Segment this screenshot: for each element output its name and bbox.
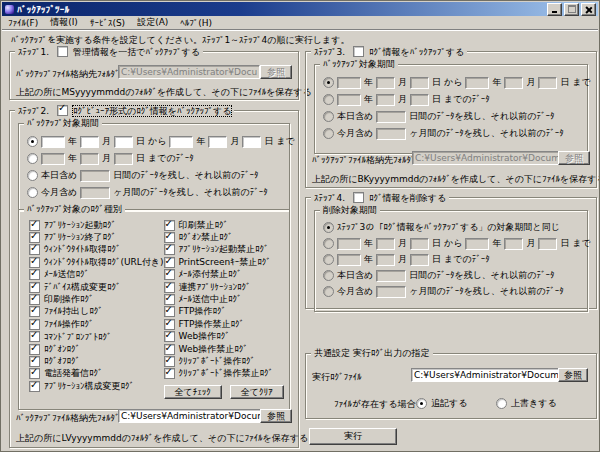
log-type-checkbox[interactable] (29, 294, 40, 305)
log-type-checkbox[interactable] (29, 331, 40, 342)
log-type-item[interactable]: ﾒｰﾙ添付禁止ﾛｸﾞ (164, 269, 287, 281)
append-radio[interactable] (416, 398, 427, 409)
execute-button[interactable]: 実行 (309, 428, 397, 445)
log-type-item[interactable]: ｳｨﾝﾄﾞｳﾀｲﾄﾙ取得ﾛｸﾞ (29, 244, 164, 256)
month-label: 月 (398, 253, 407, 266)
log-type-item[interactable]: ｱﾌﾟﾘｹｰｼｮﾝ起動禁止ﾛｸﾞ (164, 244, 287, 256)
log-type-checkbox[interactable] (29, 344, 40, 355)
log-type-item[interactable]: ｳｨﾝﾄﾞｳﾀｲﾄﾙ取得ﾛｸﾞ(URL付き) (29, 256, 164, 268)
from-label: から (444, 76, 462, 89)
maximize-button[interactable] (564, 3, 579, 16)
log-type-label: ﾛｸﾞｵﾌﾛｸﾞ (44, 356, 80, 366)
step2-to-month-input[interactable] (208, 136, 227, 148)
log-type-item[interactable]: ｱﾌﾟﾘｹｰｼｮﾝ構成変更ﾛｸﾞ (29, 380, 164, 392)
log-type-item[interactable]: ﾌｧｲﾙ持出しﾛｸﾞ (29, 306, 164, 318)
step4-enable-checkbox[interactable] (353, 192, 364, 203)
step1-title: ｽﾃｯﾌﾟ1. (18, 47, 49, 57)
step2-folder-input[interactable] (118, 409, 268, 423)
log-type-checkbox[interactable] (164, 306, 175, 317)
step2-browse-button[interactable]: 参照 (260, 409, 292, 423)
log-type-checkbox[interactable] (164, 294, 175, 305)
menu-info[interactable]: 情報(I) (44, 15, 84, 30)
exec-log-input[interactable] (411, 368, 563, 382)
close-button[interactable] (581, 3, 596, 16)
menu-settings[interactable]: 設定(A) (131, 15, 174, 30)
menu-service[interactable]: ｻｰﾋﾞｽ(S) (84, 17, 131, 29)
log-type-checkbox[interactable] (164, 344, 175, 355)
step2-from-year-input[interactable] (41, 136, 65, 148)
step4-until-radio (323, 254, 334, 265)
step2-months-radio[interactable] (27, 187, 38, 198)
log-type-checkbox[interactable] (29, 368, 40, 379)
step2-days-radio[interactable] (27, 170, 38, 181)
log-type-checkbox[interactable] (29, 269, 40, 280)
log-type-item[interactable]: ﾒｰﾙ送信中止ﾛｸﾞ (164, 293, 287, 305)
to-label: まで (572, 76, 590, 89)
log-type-checkbox[interactable] (29, 356, 40, 367)
menu-file[interactable]: ﾌｧｲﾙ(F) (2, 17, 44, 29)
step2-to-day-input[interactable] (242, 136, 261, 148)
log-type-checkbox[interactable] (164, 356, 175, 367)
log-type-checkbox[interactable] (164, 368, 175, 379)
step2-enable-checkbox[interactable] (57, 105, 68, 116)
log-type-item[interactable]: ｱﾌﾟﾘｹｰｼｮﾝ終了ﾛｸﾞ (29, 231, 164, 243)
log-type-item[interactable]: PrintScreenｷｰ禁止ﾛｸﾞ (164, 256, 287, 268)
log-type-item[interactable]: 連携ｱﾌﾟﾘｹｰｼｮﾝﾛｸﾞ (164, 281, 287, 293)
log-type-item[interactable]: ﾌｧｲﾙ操作ﾛｸﾞ (29, 318, 164, 330)
log-type-checkbox[interactable] (29, 319, 40, 330)
log-type-item[interactable]: ﾒｰﾙ送信ﾛｸﾞ (29, 269, 164, 281)
log-type-checkbox[interactable] (29, 282, 40, 293)
log-type-item[interactable]: ｺﾏﾝﾄﾞﾌﾟﾛﾝﾌﾟﾄﾛｸﾞ (29, 331, 164, 343)
log-type-checkbox[interactable] (164, 257, 175, 268)
step2-to-year-input[interactable] (169, 136, 193, 148)
log-type-checkbox[interactable] (29, 244, 40, 255)
file-exists-label: ﾌｧｲﾙが存在する場合 (334, 398, 415, 411)
step2-logtype-title: ﾊﾞｯｸｱｯﾌﾟ対象のﾛｸﾞ種別 (24, 204, 125, 214)
minimize-button[interactable] (547, 3, 562, 16)
log-type-item[interactable]: FTP操作ﾛｸﾞ (164, 306, 287, 318)
log-type-checkbox[interactable] (164, 319, 175, 330)
log-type-item[interactable]: 印刷禁止ﾛｸﾞ (164, 219, 287, 231)
log-type-item[interactable]: Web操作ﾛｸﾞ (164, 331, 287, 343)
overwrite-option[interactable]: 上書きする (496, 397, 557, 410)
log-type-checkbox[interactable] (29, 257, 40, 268)
log-type-checkbox[interactable] (29, 381, 40, 392)
log-type-item[interactable]: ｸﾘｯﾌﾟﾎﾞｰﾄﾞ操作禁止ﾛｸﾞ (164, 368, 287, 380)
step2-until-radio[interactable] (27, 153, 38, 164)
log-type-checkbox[interactable] (29, 220, 40, 231)
log-type-item[interactable]: 電話発着信ﾛｸﾞ (29, 368, 164, 380)
step2-range-radio[interactable] (27, 136, 38, 147)
exec-log-browse-button[interactable]: 参照 (558, 368, 588, 382)
log-type-checkbox[interactable] (164, 269, 175, 280)
log-type-checkbox[interactable] (164, 232, 175, 243)
year-label: 年 (492, 76, 501, 89)
check-all-button[interactable]: 全てﾁｪｯｸ (164, 385, 222, 399)
log-type-item[interactable]: ｱﾌﾟﾘｹｰｼｮﾝ起動ﾛｸﾞ (29, 219, 164, 231)
append-option[interactable]: 追記する (416, 397, 467, 410)
menu-help[interactable]: ﾍﾙﾌﾟ(H) (174, 17, 218, 29)
log-type-item[interactable]: 印刷操作ﾛｸﾞ (29, 293, 164, 305)
log-type-checkbox[interactable] (164, 220, 175, 231)
step2-from-month-input[interactable] (80, 136, 99, 148)
log-type-item[interactable]: Web操作禁止ﾛｸﾞ (164, 343, 287, 355)
log-type-checkbox[interactable] (164, 244, 175, 255)
log-type-item[interactable]: ﾛｸﾞｵﾝﾛｸﾞ (29, 343, 164, 355)
log-type-checkbox[interactable] (29, 232, 40, 243)
exec-log-row: 実行ﾛｸﾞﾌｧｲﾙ 参照 (312, 368, 592, 383)
log-type-item[interactable]: ﾛｸﾞｵﾌﾛｸﾞ (29, 355, 164, 367)
step1-enable-checkbox[interactable] (57, 46, 68, 57)
log-type-item[interactable]: FTP操作禁止ﾛｸﾞ (164, 318, 287, 330)
step3-enable-checkbox[interactable] (353, 46, 364, 57)
titlebar[interactable]: ﾊﾞｯｸｱｯﾌﾟﾂｰﾙ (2, 2, 598, 16)
log-type-checkbox[interactable] (164, 331, 175, 342)
overwrite-radio[interactable] (496, 398, 507, 409)
clear-all-button[interactable]: 全てｸﾘｱ (230, 385, 284, 399)
log-type-item[interactable]: ﾛｸﾞｵﾝ禁止ﾛｸﾞ (164, 231, 287, 243)
log-type-checkbox[interactable] (164, 282, 175, 293)
step2-from-day-input[interactable] (114, 136, 133, 148)
log-type-checkbox[interactable] (29, 306, 40, 317)
close-icon (585, 6, 592, 13)
log-type-item[interactable]: ｸﾘｯﾌﾟﾎﾞｰﾄﾞ操作ﾛｸﾞ (164, 355, 287, 367)
log-type-item[interactable]: ﾃﾞﾊﾞｲｽ構成変更ﾛｸﾞ (29, 281, 164, 293)
log-type-label: FTP操作ﾛｸﾞ (179, 305, 226, 318)
